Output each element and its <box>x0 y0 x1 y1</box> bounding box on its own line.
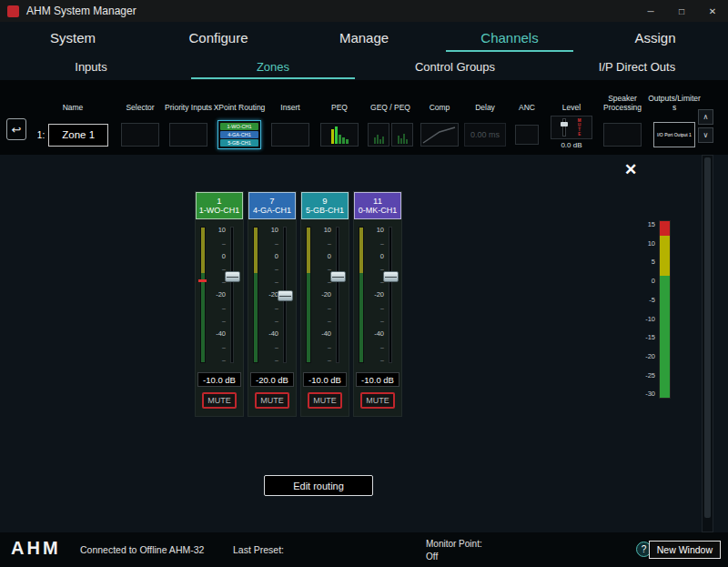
fader-handle[interactable] <box>330 271 346 282</box>
fader-value-display: -10.0 dB <box>303 372 347 387</box>
scale-tick: – <box>380 357 384 363</box>
strip-columns: Name 1: Zone 1 Selector Priority Inputs … <box>0 80 728 155</box>
tab-manage[interactable]: Manage <box>291 22 437 53</box>
level-mute-indicator: MUTE <box>577 118 581 137</box>
edit-routing-button[interactable]: Edit routing <box>264 475 373 496</box>
selector-block[interactable] <box>121 123 159 147</box>
fader-handle[interactable] <box>225 271 240 282</box>
tab-inputs[interactable]: Inputs <box>0 53 182 80</box>
channel-meter <box>306 227 311 363</box>
minimize-button[interactable]: ─ <box>635 0 666 22</box>
speaker-processing-block[interactable] <box>603 123 642 147</box>
new-window-button[interactable]: New Window <box>649 541 721 559</box>
meter-scale: 151050-5-10-15-20-25-30 <box>637 220 655 399</box>
mute-button[interactable]: MUTE <box>202 392 237 409</box>
scroll-down-icon[interactable]: ∨ <box>698 127 713 143</box>
channel-strip: 1 1-WO-CH1 10–0––-20––-40–– -10.0 dB MUT… <box>195 191 244 417</box>
tab-zones[interactable]: Zones <box>182 53 364 80</box>
scale-label: 10 <box>324 227 331 234</box>
mute-button[interactable]: MUTE <box>360 392 395 409</box>
meter-scale-label: 0 <box>652 278 655 285</box>
vertical-scrollbar[interactable] <box>702 155 713 532</box>
scale-tick: – <box>275 344 278 350</box>
fader-track[interactable] <box>336 227 339 363</box>
undo-icon[interactable]: ↩ <box>6 118 26 140</box>
secondary-nav: Inputs Zones Control Groups I/P Direct O… <box>0 53 728 80</box>
scale-label: -40 <box>216 330 226 338</box>
tab-control-groups[interactable]: Control Groups <box>364 53 546 80</box>
fader-value-display: -20.0 dB <box>250 372 294 387</box>
channel-strip: 7 4-GA-CH1 10–0––-20––-40–– -20.0 dB MUT… <box>248 191 297 417</box>
ahm-system-manager-window: AHM System Manager ─ □ ✕ System Configur… <box>0 0 728 567</box>
fader-area: 10–0––-20––-40–– <box>196 219 243 370</box>
insert-block[interactable] <box>271 123 309 147</box>
tab-channels[interactable]: Channels <box>437 22 582 53</box>
scale-label: 10 <box>377 227 384 234</box>
channel-number: 9 <box>322 196 327 206</box>
channel-header: 11 0-MK-CH1 <box>354 192 401 219</box>
peq-display-block[interactable] <box>320 123 359 147</box>
comp-block[interactable] <box>420 123 459 147</box>
column-header-insert: Insert <box>280 80 299 115</box>
column-header-comp: Comp <box>430 80 450 115</box>
fader-value-display: -10.0 dB <box>356 372 399 387</box>
channel-header: 7 4-GA-CH1 <box>248 192 296 219</box>
close-button[interactable]: ✕ <box>697 0 728 22</box>
zone-name-box[interactable]: Zone 1 <box>48 124 108 147</box>
fader-handle[interactable] <box>383 271 399 282</box>
xpoint-routing-block[interactable]: 1-WO-CH1 4-GA-CH1 5-GB-CH1 <box>217 120 261 149</box>
last-preset-label: Last Preset: <box>233 544 284 555</box>
xpoint-source-chip: 1-WO-CH1 <box>220 123 258 130</box>
maximize-button[interactable]: □ <box>666 0 697 22</box>
zone-output-meter: 151050-5-10-15-20-25-30 <box>637 220 671 399</box>
tab-assign[interactable]: Assign <box>582 22 728 53</box>
tab-system[interactable]: System <box>0 22 146 53</box>
meter-scale-label: 15 <box>648 221 655 228</box>
channel-name: 1-WO-CH1 <box>199 206 240 216</box>
column-header-geq-peq: GEQ / PEQ <box>370 80 410 115</box>
scale-label: 10 <box>271 227 278 234</box>
fader-track[interactable] <box>230 227 234 363</box>
scale-tick: – <box>380 305 384 311</box>
scroll-up-icon[interactable]: ∧ <box>698 109 713 125</box>
xpoint-routing-panel: ✕ 1 1-WO-CH1 10–0––-20––-40–– -10.0 dB M… <box>0 155 728 532</box>
scale-tick: – <box>275 357 278 363</box>
scale-tick: – <box>328 318 331 324</box>
delay-block[interactable]: 0.00 ms <box>464 123 506 147</box>
mute-button[interactable]: MUTE <box>255 392 289 409</box>
monitor-point-value: Off <box>426 551 482 563</box>
scale-label: 0 <box>328 253 331 260</box>
anc-block[interactable] <box>515 125 539 145</box>
geq-block[interactable] <box>368 123 389 147</box>
tab-ip-direct-outs[interactable]: I/P Direct Outs <box>546 53 728 80</box>
scale-label: -20 <box>374 291 384 299</box>
priority-inputs-block[interactable] <box>169 123 207 147</box>
xpoint-source-chip: 4-GA-CH1 <box>220 131 258 138</box>
level-block[interactable]: MUTE <box>551 116 592 139</box>
meter-scale-label: -10 <box>645 316 655 323</box>
meter-bar <box>659 220 671 399</box>
fader-scale: 10–0––-20––-40–– <box>208 227 226 363</box>
scale-label: -20 <box>321 291 331 299</box>
window-controls: ─ □ ✕ <box>635 0 728 22</box>
outputs-block[interactable]: I/O Port Output 1 <box>653 122 695 147</box>
connection-status: Connected to Offline AHM-32 <box>80 544 204 555</box>
mute-button[interactable]: MUTE <box>308 392 342 409</box>
comp-curve-icon <box>422 125 457 145</box>
column-header-speaker-processing: Speaker Processing <box>597 80 648 115</box>
scale-tick: – <box>222 344 226 350</box>
scrollbar-thumb[interactable] <box>704 157 711 518</box>
xpoint-source-chip: 5-GB-CH1 <box>220 139 258 147</box>
ahm-logo: AHM <box>11 538 61 559</box>
fader-scale: 10–0––-20––-40–– <box>314 227 331 363</box>
tab-configure[interactable]: Configure <box>146 22 291 53</box>
fader-handle[interactable] <box>278 290 293 301</box>
fader-track[interactable] <box>389 227 392 363</box>
scale-label: 0 <box>275 253 278 260</box>
fader-value-display: -10.0 dB <box>197 372 241 387</box>
scale-tick: – <box>275 266 278 272</box>
panel-close-icon[interactable]: ✕ <box>622 160 640 178</box>
peq-block-2[interactable] <box>391 123 413 147</box>
meter-scale-label: 5 <box>652 258 655 266</box>
fader-track[interactable] <box>283 227 287 363</box>
